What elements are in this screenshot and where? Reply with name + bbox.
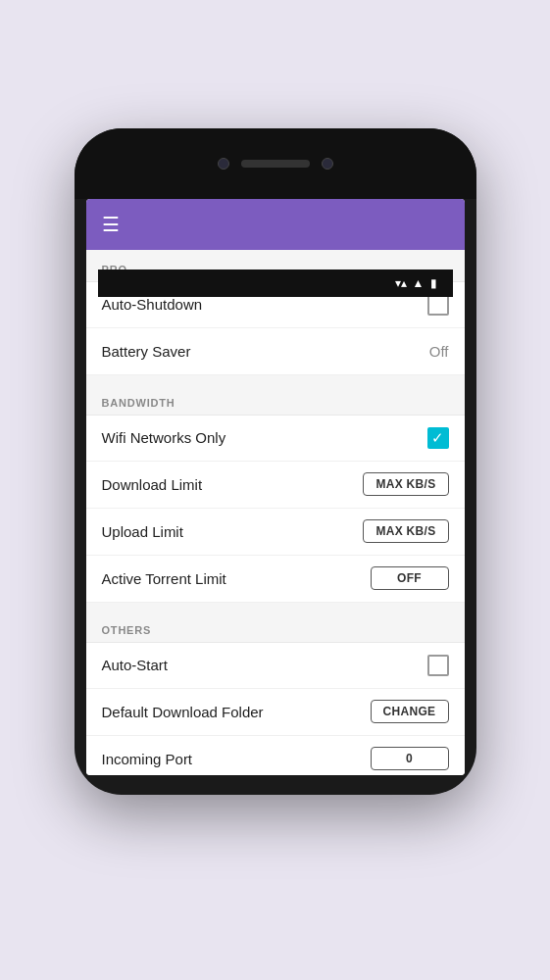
setting-row-incoming-port[interactable]: Incoming Port0 (86, 736, 465, 775)
section-rows-others: Auto-StartDefault Download FolderCHANGEI… (86, 642, 465, 775)
section-header-others: OTHERS (86, 611, 465, 642)
setting-label-auto-shutdown: Auto-Shutdown (102, 296, 203, 313)
section-divider-pro (86, 375, 465, 383)
phone-screen: ▾▴ ▲ ▮ ☰ PROAuto-ShutdownBattery SaverOf… (86, 199, 465, 775)
phone-speaker (241, 160, 310, 168)
setting-label-wifi-networks-only: Wifi Networks Only (102, 429, 226, 446)
checkbox-checked-wifi-networks-only[interactable]: ✓ (427, 427, 449, 449)
button-active-torrent-limit[interactable]: OFF (371, 566, 449, 590)
checkbox-empty-auto-start[interactable] (427, 655, 449, 676)
setting-row-auto-start[interactable]: Auto-Start (86, 642, 465, 689)
setting-label-incoming-port: Incoming Port (102, 751, 193, 767)
setting-row-wifi-networks-only[interactable]: Wifi Networks Only✓ (86, 415, 465, 462)
settings-content[interactable]: PROAuto-ShutdownBattery SaverOffBANDWIDT… (86, 250, 465, 775)
button-download-limit[interactable]: MAX KB/S (363, 472, 448, 496)
wifi-status-icon: ▾▴ (395, 276, 407, 290)
button-upload-limit[interactable]: MAX KB/S (363, 519, 448, 543)
value-battery-saver: Off (429, 343, 449, 360)
section-rows-bandwidth: Wifi Networks Only✓Download LimitMAX KB/… (86, 415, 465, 603)
setting-row-active-torrent-limit[interactable]: Active Torrent LimitOFF (86, 556, 465, 603)
setting-label-battery-saver: Battery Saver (102, 343, 191, 360)
setting-row-upload-limit[interactable]: Upload LimitMAX KB/S (86, 509, 465, 556)
phone-camera-right (322, 158, 333, 170)
setting-row-battery-saver: Battery SaverOff (86, 328, 465, 375)
section-divider-bandwidth (86, 603, 465, 611)
phone-camera-left (218, 158, 229, 170)
phone-shell: ▾▴ ▲ ▮ ☰ PROAuto-ShutdownBattery SaverOf… (75, 128, 476, 795)
setting-label-upload-limit: Upload Limit (102, 523, 183, 540)
setting-row-default-download-folder[interactable]: Default Download FolderCHANGE (86, 689, 465, 736)
signal-icon: ▲ (413, 276, 425, 290)
hamburger-icon[interactable]: ☰ (102, 215, 120, 234)
battery-icon: ▮ (430, 276, 437, 290)
phone-wrapper: ▾▴ ▲ ▮ ☰ PROAuto-ShutdownBattery SaverOf… (75, 128, 476, 795)
status-bar: ▾▴ ▲ ▮ (98, 270, 453, 297)
setting-row-download-limit[interactable]: Download LimitMAX KB/S (86, 462, 465, 509)
app-bar: ☰ (86, 199, 465, 250)
setting-label-default-download-folder: Default Download Folder (102, 704, 264, 720)
button-default-download-folder[interactable]: CHANGE (371, 700, 449, 723)
button-incoming-port[interactable]: 0 (371, 747, 449, 770)
section-header-bandwidth: BANDWIDTH (86, 383, 465, 415)
setting-label-download-limit: Download Limit (102, 476, 203, 493)
phone-top-bar (75, 128, 476, 199)
checkbox-empty-auto-shutdown[interactable] (427, 294, 449, 316)
setting-label-auto-start: Auto-Start (102, 657, 169, 673)
setting-label-active-torrent-limit: Active Torrent Limit (102, 570, 226, 587)
